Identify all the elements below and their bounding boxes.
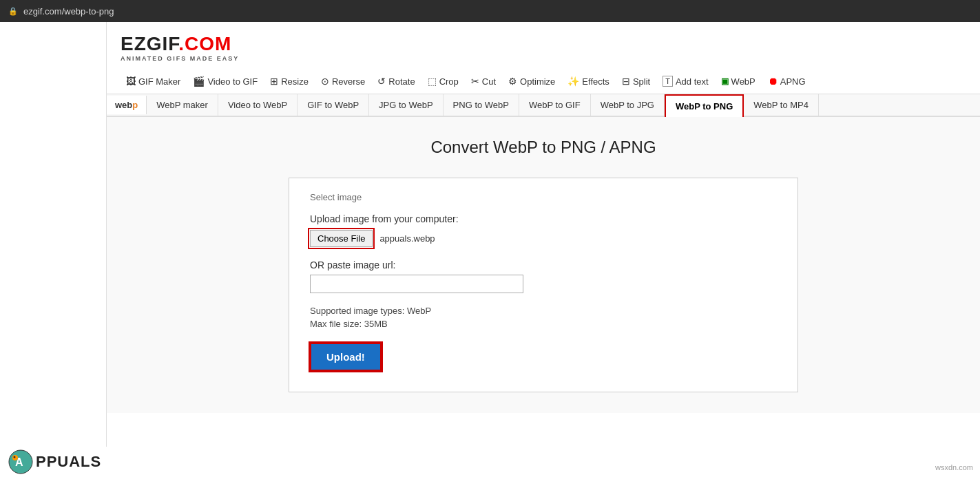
- bottom-logo: A PPUALS: [0, 447, 110, 477]
- content-area: Convert WebP to PNG / APNG Select image …: [107, 117, 980, 413]
- site-logo[interactable]: EZGIF.COM: [121, 34, 966, 54]
- or-paste-label: OR paste image url:: [310, 259, 777, 271]
- lock-icon: 🔒: [8, 7, 18, 16]
- cut-icon: ✂: [471, 76, 479, 87]
- nav-apng[interactable]: ⏺ APNG: [762, 73, 811, 89]
- logo-text: EZGIF: [121, 33, 178, 54]
- subnav-logo-p: p: [132, 100, 138, 110]
- reverse-icon: ⊙: [321, 76, 329, 87]
- nav-add-text[interactable]: T Add text: [657, 73, 713, 89]
- svg-point-3: [14, 456, 16, 458]
- sidebar-left: [0, 22, 107, 477]
- tab-webp-to-mp4[interactable]: WebP to MP4: [744, 94, 819, 116]
- optimize-icon: ⚙: [508, 76, 517, 87]
- tab-video-to-webp[interactable]: Video to WebP: [218, 94, 298, 116]
- nav-cut-label: Cut: [482, 76, 496, 87]
- nav-rotate-label: Rotate: [388, 76, 415, 87]
- nav-resize[interactable]: ⊞ Resize: [264, 73, 314, 89]
- nav-reverse[interactable]: ⊙ Reverse: [315, 73, 371, 89]
- nav-webp-label: WebP: [731, 76, 755, 87]
- nav-crop[interactable]: ⬚ Crop: [422, 73, 464, 89]
- gif-maker-icon: 🖼: [126, 76, 136, 87]
- upload-button[interactable]: Upload!: [310, 343, 382, 371]
- tab-png-to-webp[interactable]: PNG to WebP: [444, 94, 519, 116]
- nav-video-to-gif[interactable]: 🎬 Video to GIF: [187, 73, 263, 89]
- subnav-logo[interactable]: webp: [107, 96, 147, 114]
- video-to-gif-icon: 🎬: [193, 76, 205, 87]
- tab-webp-to-png[interactable]: WebP to PNG: [665, 94, 744, 117]
- nav-video-to-gif-label: Video to GIF: [207, 76, 258, 87]
- upload-btn-row: Upload!: [310, 343, 777, 371]
- logo-subtitle: ANIMATED GIFS MADE EASY: [121, 55, 966, 62]
- nav-effects-label: Effects: [582, 76, 609, 87]
- nav-optimize-label: Optimize: [520, 76, 555, 87]
- browser-url: ezgif.com/webp-to-png: [23, 6, 114, 17]
- add-text-icon: T: [663, 76, 673, 87]
- crop-icon: ⬚: [428, 76, 437, 87]
- nav-split-label: Split: [633, 76, 650, 87]
- subnav-logo-text: web: [115, 100, 132, 110]
- max-file-size-label: Max file size: 35MB: [310, 319, 777, 329]
- image-url-input[interactable]: [310, 275, 523, 293]
- page-title: Convert WebP to PNG / APNG: [121, 138, 966, 157]
- tab-gif-to-webp[interactable]: GIF to WebP: [298, 94, 369, 116]
- apng-icon: ⏺: [768, 76, 778, 87]
- upload-form-box: Select image Upload image from your comp…: [289, 178, 798, 392]
- nav-reverse-label: Reverse: [332, 76, 365, 87]
- nav-effects[interactable]: ✨ Effects: [562, 73, 615, 89]
- nav-split[interactable]: ⊟ Split: [616, 73, 656, 89]
- logo-area: EZGIF.COM ANIMATED GIFS MADE EASY: [107, 22, 980, 69]
- upload-label: Upload image from your computer:: [310, 213, 777, 224]
- file-name-display: appuals.webp: [379, 233, 435, 244]
- appuals-text: PPUALS: [36, 453, 101, 471]
- file-input-row: Choose File appuals.webp: [310, 230, 777, 247]
- fieldset-label: Select image: [310, 192, 777, 202]
- nav-crop-label: Crop: [439, 76, 459, 87]
- nav-resize-label: Resize: [281, 76, 309, 87]
- nav-rotate[interactable]: ↺ Rotate: [372, 73, 420, 89]
- subnav-bar: webp WebP maker Video to WebP GIF to Web…: [107, 94, 980, 117]
- browser-bar: 🔒 ezgif.com/webp-to-png: [0, 0, 980, 22]
- split-icon: ⊟: [622, 76, 630, 87]
- nav-bar: 🖼 GIF Maker 🎬 Video to GIF ⊞ Resize ⊙ Re…: [107, 69, 980, 94]
- nav-gif-maker-label: GIF Maker: [138, 76, 180, 87]
- resize-icon: ⊞: [270, 76, 278, 87]
- tab-webp-maker[interactable]: WebP maker: [147, 94, 218, 116]
- nav-webp[interactable]: ▣ WebP: [716, 74, 761, 89]
- tab-webp-to-jpg[interactable]: WebP to JPG: [591, 94, 665, 116]
- tab-webp-to-gif[interactable]: WebP to GIF: [519, 94, 591, 116]
- webp-icon: ▣: [721, 76, 729, 86]
- effects-icon: ✨: [567, 76, 579, 87]
- nav-gif-maker[interactable]: 🖼 GIF Maker: [121, 73, 186, 89]
- watermark: wsxdn.com: [935, 463, 973, 471]
- choose-file-button[interactable]: Choose File: [310, 230, 373, 247]
- supported-types-label: Supported image types: WebP: [310, 306, 777, 316]
- appuals-icon: A: [8, 449, 33, 474]
- main-content: EZGIF.COM ANIMATED GIFS MADE EASY 🖼 GIF …: [107, 22, 980, 477]
- tab-jpg-to-webp[interactable]: JPG to WebP: [369, 94, 444, 116]
- nav-apng-label: APNG: [780, 76, 806, 87]
- rotate-icon: ↺: [377, 76, 386, 87]
- nav-optimize[interactable]: ⚙ Optimize: [503, 73, 561, 89]
- nav-add-text-label: Add text: [676, 76, 709, 87]
- nav-cut[interactable]: ✂ Cut: [466, 73, 501, 89]
